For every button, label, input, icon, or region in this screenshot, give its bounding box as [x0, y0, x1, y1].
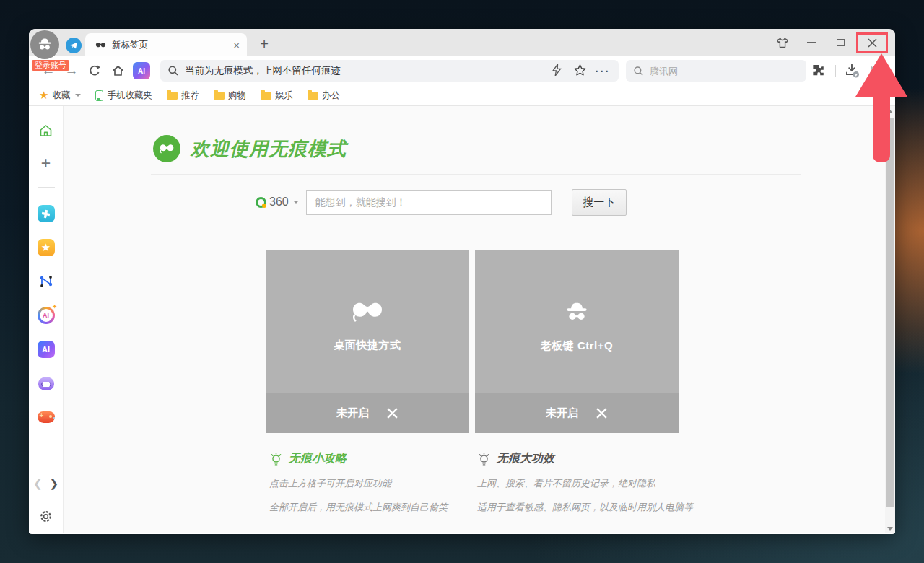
sidebar-ai-search-icon[interactable] [38, 307, 55, 324]
chevron-down-icon [75, 94, 81, 97]
card-status-bar[interactable]: 未开启 [475, 393, 679, 433]
incognito-mask-icon [95, 42, 106, 48]
minimize-icon [807, 42, 816, 43]
page-next-icon[interactable]: ❯ [50, 477, 59, 490]
maximize-icon [837, 39, 845, 46]
ai-assistant-button[interactable]: AI [133, 62, 150, 79]
home-button[interactable] [107, 60, 128, 82]
bookmark-star-icon[interactable] [571, 64, 588, 78]
extensions-button[interactable] [808, 60, 829, 82]
bookmark-folder-shopping[interactable]: 购物 [214, 90, 246, 102]
engine-360-logo-icon [256, 197, 266, 208]
folder-icon [214, 92, 225, 100]
folder-icon [308, 92, 318, 100]
address-text: 当前为无痕模式，上网不留任何痕迹 [185, 64, 542, 77]
close-window-icon[interactable] [867, 38, 878, 48]
sidebar-home-icon[interactable] [38, 122, 55, 139]
chevron-down-icon [293, 201, 299, 204]
card-status-bar[interactable]: 未开启 [266, 393, 469, 433]
messenger-icon[interactable] [66, 38, 82, 53]
feature-cards: 桌面快捷方式 未开启 [266, 250, 679, 433]
quick-access-lightning-icon[interactable] [548, 64, 565, 78]
phone-icon [95, 90, 103, 101]
sidebar-apps-icon[interactable] [38, 205, 55, 222]
annotation-close-highlight [856, 32, 888, 53]
bookmarks-bar: ★ 收藏 手机收藏夹 推荐 购物 娱乐 办公 [29, 85, 895, 106]
sidebar-games-icon[interactable] [38, 409, 55, 426]
welcome-header: 欢迎使用无痕模式 [153, 135, 346, 162]
lightbulb-icon [477, 452, 491, 466]
bookmark-folder-recommend[interactable]: 推荐 [167, 90, 199, 102]
tip-guide: 无痕小攻略 点击上方格子可开启对应功能 全部开启后，用无痕模式上网爽到自己偷笑 [269, 451, 486, 514]
card-desktop-shortcut[interactable]: 桌面快捷方式 未开启 [266, 250, 469, 433]
shirt-icon [776, 37, 789, 49]
incognito-avatar-icon[interactable] [30, 30, 59, 59]
titlebar: 登录账号 新标签页 × + [29, 29, 895, 56]
bookmark-phone-favorites[interactable]: 手机收藏夹 [95, 90, 152, 102]
sidebar-favorites-icon[interactable]: ★ [38, 239, 55, 256]
puzzle-icon [812, 64, 825, 77]
new-tab-page: 欢迎使用无痕模式 360 搜一下 [64, 106, 885, 533]
search-icon [633, 66, 644, 77]
tip-line: 适用于查看敏感、隐私网页，以及临时用别人电脑等 [477, 501, 694, 514]
card-label: 桌面快捷方式 [334, 339, 401, 352]
tab-title: 新标签页 [112, 39, 227, 51]
page-title: 欢迎使用无痕模式 [191, 136, 346, 162]
search-engine-selector[interactable]: 360 [256, 196, 299, 209]
scroll-down-icon[interactable] [885, 523, 895, 533]
bookmark-folder-office[interactable]: 办公 [308, 90, 340, 102]
scrollbar-thumb[interactable] [886, 118, 894, 507]
maximize-button[interactable] [826, 32, 855, 53]
toolbar-divider [835, 65, 836, 77]
sidebar-assistant-robot-icon[interactable] [38, 375, 55, 392]
header-divider [151, 174, 801, 175]
search-submit-button[interactable]: 搜一下 [572, 189, 627, 216]
page-search-input[interactable] [306, 190, 552, 215]
address-bar[interactable]: 当前为无痕模式，上网不留任何痕迹 ··· [160, 60, 619, 82]
lightbulb-icon [269, 452, 283, 466]
folder-icon [261, 92, 271, 100]
spy-icon [563, 300, 590, 323]
status-off-icon [596, 407, 608, 419]
sidebar-pager: ❮ ❯ [33, 477, 58, 490]
login-account-tag[interactable]: 登录账号 [32, 60, 69, 71]
tip-benefits: 无痕大功效 上网、搜索、看片不留历史记录，绝对隐私 适用于查看敏感、隐私网页，以… [477, 451, 694, 514]
quick-search-box [626, 60, 806, 82]
minimize-button[interactable] [797, 32, 826, 53]
refresh-icon [88, 64, 101, 77]
tip-line: 点击上方格子可开启对应功能 [269, 477, 486, 490]
skin-theme-button[interactable] [768, 32, 797, 53]
search-row: 360 搜一下 [256, 188, 627, 216]
status-off-icon [386, 407, 398, 419]
sidebar: + ★ AI ❮ ❯ [29, 106, 64, 533]
card-boss-key[interactable]: 老板键 Ctrl+Q 未开启 [475, 250, 679, 433]
scrollbar[interactable] [885, 106, 895, 533]
sidebar-ai-tools-icon[interactable]: AI [38, 341, 55, 358]
page-prev-icon[interactable]: ❮ [33, 477, 43, 490]
more-options-icon[interactable]: ··· [594, 65, 611, 77]
bookmark-favorites[interactable]: ★ 收藏 [39, 89, 81, 102]
sidebar-divider [38, 187, 55, 188]
refresh-button[interactable] [84, 60, 105, 82]
quick-search-input[interactable] [650, 66, 772, 77]
tip-title: 无痕小攻略 [289, 451, 346, 466]
new-tab-button[interactable]: + [254, 35, 274, 53]
bookmark-folder-entertainment[interactable]: 娱乐 [261, 90, 293, 102]
navigation-bar: ← → AI 当前为无痕模式，上网不留任何痕迹 ··· [29, 56, 895, 85]
sidebar-add-icon[interactable]: + [38, 154, 55, 172]
sidebar-settings-icon[interactable] [38, 507, 55, 525]
incognito-mask-badge [153, 135, 180, 162]
tab-new-tab-page[interactable]: 新标签页 × [85, 33, 247, 56]
star-icon: ★ [39, 89, 48, 102]
browser-window: 登录账号 新标签页 × + [29, 29, 895, 534]
status-label: 未开启 [546, 406, 578, 420]
status-label: 未开启 [336, 406, 369, 420]
search-icon [167, 65, 179, 77]
folder-icon [167, 92, 178, 100]
tip-line: 上网、搜索、看片不留历史记录，绝对隐私 [477, 477, 694, 490]
desktop: { "browser": { "account_tag": "登录账号", "t… [0, 0, 924, 563]
home-icon [111, 64, 125, 77]
tab-close-icon[interactable]: × [233, 40, 240, 51]
sidebar-mindmap-icon[interactable] [38, 273, 55, 290]
tip-title: 无痕大功效 [497, 451, 554, 466]
